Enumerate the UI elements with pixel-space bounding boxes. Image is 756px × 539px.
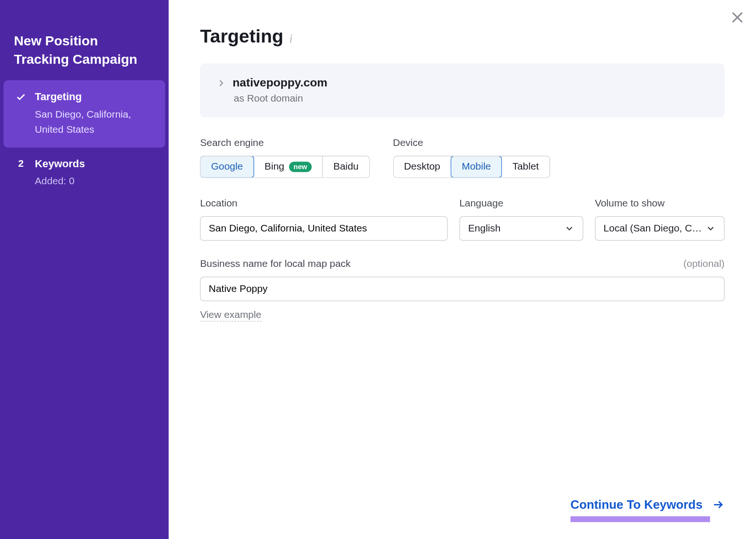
step-label: Keywords xyxy=(35,157,156,172)
step-number: 2 xyxy=(13,157,29,171)
chevron-down-icon xyxy=(705,223,716,234)
field-label: Device xyxy=(393,137,550,149)
page-title: Targeting i xyxy=(200,26,724,47)
continue-button[interactable]: Continue To Keywords xyxy=(570,492,724,517)
info-icon[interactable]: i xyxy=(289,32,292,45)
highlight-underline xyxy=(570,516,710,522)
check-icon xyxy=(13,92,29,103)
chevron-down-icon xyxy=(564,223,575,234)
business-name-input[interactable] xyxy=(200,277,724,301)
search-engine-baidu[interactable]: Baidu xyxy=(323,156,369,177)
sidebar: New Position Tracking Campaign Targeting… xyxy=(0,0,169,539)
volume-select[interactable]: Local (San Diego, C… xyxy=(595,216,725,241)
field-label: Search engine xyxy=(200,137,369,149)
device-field: Device Desktop Mobile Tablet xyxy=(393,137,550,178)
search-engine-bing[interactable]: Bing new xyxy=(254,156,323,177)
search-engine-field: Search engine Google Bing new Baidu xyxy=(200,137,369,178)
device-tablet[interactable]: Tablet xyxy=(502,156,549,177)
optional-hint: (optional) xyxy=(683,258,724,270)
step-sub: Added: 0 xyxy=(35,174,156,189)
new-badge: new xyxy=(289,162,312,172)
step-sub: San Diego, California, United States xyxy=(35,107,156,137)
view-example-link[interactable]: View example xyxy=(200,309,261,322)
location-field: Location xyxy=(200,197,447,240)
sidebar-step-targeting[interactable]: Targeting San Diego, California, United … xyxy=(3,80,165,148)
device-group: Desktop Mobile Tablet xyxy=(393,156,550,178)
device-desktop[interactable]: Desktop xyxy=(394,156,451,177)
domain-name: nativepoppy.com xyxy=(232,76,327,89)
chevron-right-icon xyxy=(216,78,226,88)
language-select[interactable]: English xyxy=(459,216,583,241)
sidebar-step-keywords[interactable]: 2 Keywords Added: 0 xyxy=(3,148,165,200)
language-field: Language English xyxy=(459,197,583,240)
step-label: Targeting xyxy=(35,90,156,104)
field-label: Volume to show xyxy=(595,197,725,209)
business-name-field: Business name for local map pack (option… xyxy=(200,258,724,321)
close-icon[interactable] xyxy=(729,9,745,26)
field-label: Business name for local map pack (option… xyxy=(200,258,724,270)
search-engine-google[interactable]: Google xyxy=(201,156,254,177)
field-label: Location xyxy=(200,197,447,209)
sidebar-title: New Position Tracking Campaign xyxy=(3,26,165,80)
domain-box[interactable]: nativepoppy.com as Root domain xyxy=(200,63,724,117)
field-label: Language xyxy=(459,197,583,209)
arrow-right-icon xyxy=(712,498,724,511)
device-mobile[interactable]: Mobile xyxy=(451,156,502,177)
location-input[interactable] xyxy=(200,216,447,241)
volume-field: Volume to show Local (San Diego, C… xyxy=(595,197,725,240)
search-engine-group: Google Bing new Baidu xyxy=(200,156,369,178)
main-panel: Targeting i nativepoppy.com as Root doma… xyxy=(169,0,756,539)
domain-type: as Root domain xyxy=(234,93,708,105)
